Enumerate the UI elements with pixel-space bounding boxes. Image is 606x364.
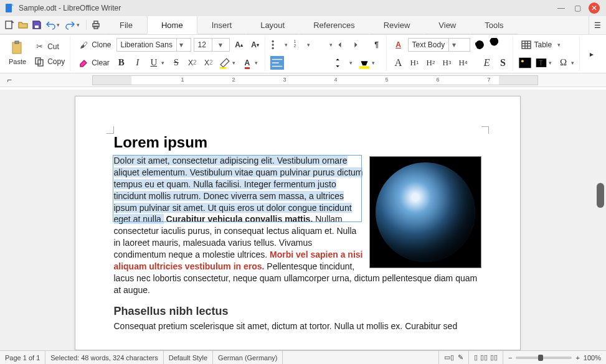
status-style[interactable]: Default Style [164, 351, 213, 364]
status-selection[interactable]: Selected: 48 words, 324 characters [45, 351, 163, 364]
status-insert-mode[interactable]: ▭▯ ✎ [439, 351, 469, 364]
font-color-button[interactable]: A▾ [240, 56, 260, 70]
cut-button[interactable]: ✂Cut [31, 40, 67, 54]
line-spacing-button[interactable]: ▾ [335, 56, 355, 70]
tab-review[interactable]: Review [369, 16, 425, 34]
svg-rect-5 [94, 26, 98, 29]
increase-indent-button[interactable] [354, 38, 367, 52]
align-justify-button[interactable] [319, 56, 333, 70]
heading2-button[interactable]: H2 [424, 56, 438, 70]
zoom-out-button[interactable]: − [508, 354, 512, 362]
page[interactable]: Lorem ipsum Dolor sit amet, consectetur … [75, 96, 521, 350]
save-icon[interactable] [31, 19, 42, 30]
font-color-icon: A [240, 56, 254, 70]
heading1-button[interactable]: H1 [408, 56, 422, 70]
svg-point-13 [272, 47, 273, 49]
bullet-list-icon [270, 38, 284, 52]
hamburger-menu[interactable]: ☰ [589, 16, 606, 34]
tab-file[interactable]: File [105, 16, 147, 34]
paragraph-2[interactable]: Consequat pretium scelerisque sit amet, … [114, 320, 481, 332]
svg-point-12 [272, 44, 273, 46]
window-title: Sample.odt - LibreOffice Writer [19, 4, 121, 12]
align-right-button[interactable] [303, 56, 316, 70]
multi-page-view-icon[interactable]: ▯▯ [480, 353, 488, 362]
new-doc-icon[interactable] [4, 19, 15, 30]
insert-textbox-icon[interactable]: T▾ [534, 56, 554, 70]
tab-insert[interactable]: Insert [197, 16, 247, 34]
book-view-icon[interactable]: ▯▯ [490, 353, 498, 362]
svg-rect-51 [519, 58, 531, 68]
underline-button[interactable]: U▾ [147, 56, 167, 70]
ribbon-overflow-button[interactable]: ▸ [585, 47, 599, 61]
svg-text:T: T [538, 59, 542, 67]
para-bgcolor-button[interactable]: ▾ [357, 56, 377, 70]
status-page[interactable]: Page 1 of 1 [0, 351, 45, 364]
strikethrough-button[interactable]: S [169, 56, 183, 70]
status-bar: Page 1 of 1 Selected: 48 words, 324 char… [0, 350, 606, 364]
align-center-button[interactable] [286, 56, 300, 70]
clear-formatting-button[interactable]: Clear [75, 56, 112, 70]
zoom-in-button[interactable]: + [575, 354, 579, 362]
doc-heading-1[interactable]: Lorem ipsum [114, 134, 481, 151]
svg-rect-46 [522, 41, 531, 49]
grow-font-button[interactable]: A▴ [232, 38, 246, 52]
copy-button[interactable]: Copy [31, 55, 67, 68]
paste-button[interactable]: Paste [5, 38, 30, 70]
maximize-button[interactable]: ▢ [572, 3, 582, 13]
number-list-button[interactable]: 12▾ [293, 38, 313, 52]
vertical-scrollbar[interactable] [595, 90, 606, 350]
formatting-marks-button[interactable]: ¶ [370, 38, 384, 52]
tab-home[interactable]: Home [147, 16, 197, 34]
shrink-font-button[interactable]: A▾ [249, 38, 262, 52]
scissors-icon: ✂ [34, 41, 45, 52]
status-view-buttons[interactable]: ▯ ▯▯ ▯▯ [469, 351, 503, 364]
superscript-button[interactable]: X2 [202, 56, 215, 70]
status-language[interactable]: German (Germany) [213, 351, 283, 364]
open-icon[interactable] [17, 19, 29, 30]
clone-formatting-button[interactable]: 🖌Clone [75, 38, 113, 52]
undo-button[interactable]: ▾ [45, 19, 62, 30]
horizontal-ruler[interactable]: 1 2 3 4 5 6 7 [92, 75, 538, 85]
strong-button[interactable]: S [496, 56, 510, 70]
insert-image-icon[interactable] [518, 56, 532, 70]
new-style-icon[interactable] [489, 38, 503, 52]
outline-list-button[interactable]: ▾ [315, 38, 335, 52]
inline-image[interactable] [369, 156, 481, 268]
font-name-combo[interactable]: Liberation Sans▾ [116, 38, 191, 52]
align-left-button[interactable] [270, 56, 284, 70]
document-area[interactable]: Lorem ipsum Dolor sit amet, consectetur … [0, 90, 595, 350]
zoom-value[interactable]: 100% [584, 354, 601, 362]
insert-table-button[interactable]: Table▾ [518, 38, 566, 52]
zoom-slider-knob[interactable] [538, 355, 543, 361]
zoom-slider[interactable] [516, 357, 572, 359]
insert-symbol-icon[interactable]: Ω▾ [557, 56, 577, 70]
tab-view[interactable]: View [424, 16, 470, 34]
update-style-icon[interactable] [473, 38, 486, 52]
subscript-button[interactable]: X2 [186, 56, 199, 70]
outline-icon [315, 38, 329, 52]
style-A-button[interactable]: A [392, 56, 405, 70]
tab-layout[interactable]: Layout [246, 16, 299, 34]
minimize-button[interactable]: — [556, 3, 566, 13]
heading4-button[interactable]: H4 [457, 56, 470, 70]
heading3-button[interactable]: H3 [440, 56, 454, 70]
bold-button[interactable]: B [115, 56, 128, 70]
bullet-list-button[interactable]: ▾ [270, 38, 290, 52]
close-button[interactable]: ✕ [589, 2, 600, 14]
decrease-indent-button[interactable] [338, 38, 351, 52]
brush-icon: 🖌 [78, 39, 89, 50]
tab-tools[interactable]: Tools [470, 16, 518, 34]
highlight-button[interactable]: ▾ [218, 56, 238, 70]
font-size-combo[interactable]: 12▾ [194, 38, 230, 52]
tab-references[interactable]: References [299, 16, 369, 34]
redo-button[interactable]: ▾ [65, 19, 82, 30]
doc-heading-2[interactable]: Phasellus nibh lectus [114, 305, 481, 318]
italic-button[interactable]: I [131, 56, 144, 70]
single-page-view-icon[interactable]: ▯ [474, 353, 478, 362]
paragraph-style-combo[interactable]: Text Body▾ [408, 38, 470, 52]
svg-rect-10 [220, 67, 227, 69]
print-icon[interactable] [90, 19, 102, 30]
clear-direct-formatting-icon[interactable]: A [392, 38, 405, 52]
emphasis-button[interactable]: E [480, 56, 494, 70]
scrollbar-thumb[interactable] [597, 183, 604, 208]
